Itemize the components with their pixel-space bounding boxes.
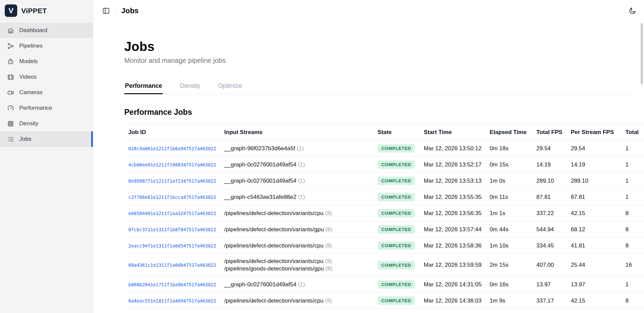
- input-stream: /pipelines/defect-detection/variants/cpu…: [224, 210, 369, 217]
- column-header: Job ID: [124, 125, 220, 140]
- elapsed-time: 0m 18s: [486, 140, 532, 157]
- job-id-link[interactable]: 0fcbc3711e1311f1b8f847517a463022: [128, 227, 216, 232]
- per-stream-fps: 29.54: [567, 140, 621, 157]
- start-time: Mar 12, 2026 14:31:05: [420, 277, 486, 293]
- sidebar-item-jobs[interactable]: Jobs: [0, 131, 93, 147]
- job-id-link[interactable]: b860b2041e1711f1ba9b47517a463022: [128, 282, 216, 287]
- job-id-link[interactable]: 028c9a061e1211f1b6a947517a463022: [128, 146, 216, 151]
- status-badge: COMPLETED: [378, 241, 415, 250]
- elapsed-time: 0m 11s: [486, 189, 532, 205]
- column-header: Total FPS: [532, 125, 567, 140]
- brand-logo-letter: V: [8, 6, 14, 15]
- elapsed-time: 1m 1s: [486, 205, 532, 221]
- page-title: Jobs: [124, 40, 644, 54]
- brand[interactable]: V ViPPET: [0, 0, 93, 21]
- column-header: State: [373, 125, 420, 140]
- performance-icon: [7, 105, 14, 112]
- column-header: Input Streams: [220, 125, 373, 140]
- input-streams-cell: __graph-0c0276001d49af54 (1): [220, 173, 373, 189]
- start-time: Mar 12, 2026 13:53:13: [420, 173, 486, 189]
- job-id-link[interactable]: 6e95087f1e1211f1af2347517a463022: [128, 178, 216, 184]
- input-stream: /pipelines/defect-detection/variants/gpu…: [224, 226, 369, 233]
- job-id-link[interactable]: c2f786e61e1211f1bcca47517a463022: [128, 194, 216, 200]
- input-streams-cell: /pipelines/defect-detection/variants/cpu…: [220, 293, 373, 309]
- table-wrapper: Job IDInput StreamsStateStart TimeElapse…: [124, 124, 644, 309]
- jobs-icon: [7, 136, 14, 143]
- status-badge: COMPLETED: [378, 280, 415, 289]
- total-fps: 337.22: [532, 205, 567, 221]
- videos-icon: [7, 74, 14, 81]
- tab-performance[interactable]: Performance: [124, 79, 163, 94]
- sidebar-item-dashboard[interactable]: Dashboard: [0, 23, 93, 38]
- start-time: Mar 12, 2026 13:52:17: [420, 157, 486, 173]
- job-id-link[interactable]: 6a4eac551e1811f1a4d947517a463022: [128, 298, 216, 304]
- column-header: Per Stream FPS: [567, 125, 621, 140]
- sidebar-item-videos[interactable]: Videos: [0, 69, 93, 85]
- sidebar-nav: Dashboard Pipelines Models Videos Camera…: [0, 23, 93, 147]
- start-time: Mar 12, 2026 13:58:36: [420, 238, 486, 254]
- start-time: Mar 12, 2026 13:56:35: [420, 205, 486, 221]
- sidebar-item-cameras[interactable]: Cameras: [0, 85, 93, 100]
- sidebar-item-label: Performance: [19, 105, 52, 111]
- total-fps: 14.19: [532, 157, 567, 173]
- sidebar-item-pipelines[interactable]: Pipelines: [0, 38, 93, 54]
- page-content: Jobs Monitor and manage pipeline jobs Pe…: [93, 21, 644, 313]
- sidebar-item-label: Pipelines: [19, 43, 43, 49]
- input-streams-cell: /pipelines/defect-detection/variants/cpu…: [220, 254, 373, 277]
- job-id-link[interactable]: 2eacc94f1e1311f1a0d547517a463022: [128, 243, 216, 249]
- start-time: Mar 12, 2026 13:50:12: [420, 140, 486, 157]
- input-streams-cell: /pipelines/defect-detection/variants/gpu…: [220, 221, 373, 238]
- per-stream-fps: 41.81: [567, 238, 621, 254]
- total-fps: 407.00: [532, 254, 567, 277]
- scrollbar: [640, 0, 644, 313]
- per-stream-fps: 42.15: [567, 293, 621, 309]
- input-stream: /pipelines/defect-detection/variants/cpu…: [224, 297, 369, 305]
- sidebar-item-label: Dashboard: [19, 27, 47, 34]
- topbar: Jobs: [93, 0, 644, 21]
- input-streams-cell: /pipelines/defect-detection/variants/cpu…: [220, 238, 373, 254]
- per-stream-fps: 13.97: [567, 277, 621, 293]
- status-badge: COMPLETED: [378, 261, 415, 269]
- per-stream-fps: 25.44: [567, 254, 621, 277]
- models-icon: [7, 58, 14, 65]
- table-row: 0fcbc3711e1311f1b8f847517a463022 /pipeli…: [124, 221, 644, 238]
- per-stream-fps: 68.12: [567, 221, 621, 238]
- sidebar-item-models[interactable]: Models: [0, 54, 93, 69]
- sidebar-item-label: Models: [19, 58, 38, 65]
- status-badge: COMPLETED: [378, 160, 415, 169]
- input-streams-cell: __graph-0c0276001d49af54 (1): [220, 157, 373, 173]
- sidebar: V ViPPET Dashboard Pipelines Models Vide…: [0, 0, 93, 313]
- sidebar-item-performance[interactable]: Performance: [0, 100, 93, 116]
- tab-optimize[interactable]: Optimize: [217, 79, 243, 94]
- input-streams-cell: __graph-c5463ae31afe88e2 (1): [220, 189, 373, 205]
- main-area: Jobs Jobs Monitor and manage pipeline jo…: [93, 0, 644, 313]
- dark-mode-icon[interactable]: [628, 7, 637, 15]
- cameras-icon: [7, 89, 14, 96]
- pipelines-icon: [7, 43, 14, 50]
- job-id-link[interactable]: 4cb00ee01e1211f1988347517a463022: [128, 162, 216, 167]
- total-fps: 334.45: [532, 238, 567, 254]
- sidebar-toggle-icon[interactable]: [102, 7, 110, 15]
- status-badge: COMPLETED: [378, 225, 415, 234]
- total-fps: 544.94: [532, 221, 567, 238]
- input-stream: /pipelines/defect-detection/variants/cpu…: [224, 258, 369, 265]
- elapsed-time: 1m 10s: [486, 238, 532, 254]
- sidebar-item-density[interactable]: Density: [0, 116, 93, 131]
- table-row: 6a4eac551e1811f1a4d947517a463022 /pipeli…: [124, 293, 644, 309]
- table-row: c2f786e61e1211f1bcca47517a463022 __graph…: [124, 189, 644, 205]
- sidebar-item-label: Videos: [19, 74, 37, 80]
- elapsed-time: 2m 15s: [486, 254, 532, 277]
- per-stream-fps: 87.81: [567, 189, 621, 205]
- tab-density[interactable]: Density: [179, 79, 201, 94]
- jobs-table: Job IDInput StreamsStateStart TimeElapse…: [124, 124, 644, 309]
- topbar-divider: [115, 7, 116, 15]
- total-fps: 87.81: [532, 189, 567, 205]
- table-row: 2eacc94f1e1311f1a0d547517a463022 /pipeli…: [124, 238, 644, 254]
- job-id-link[interactable]: e68584401e1211f1aa3247517a463022: [128, 211, 216, 216]
- status-badge: COMPLETED: [378, 144, 415, 153]
- job-id-link[interactable]: 60a4361c1e1311f1a0db47517a463022: [128, 262, 216, 268]
- total-fps: 337.17: [532, 293, 567, 309]
- page-subtitle: Monitor and manage pipeline jobs: [124, 57, 644, 64]
- scrollbar-thumb[interactable]: [641, 23, 643, 84]
- home-icon: [7, 27, 14, 34]
